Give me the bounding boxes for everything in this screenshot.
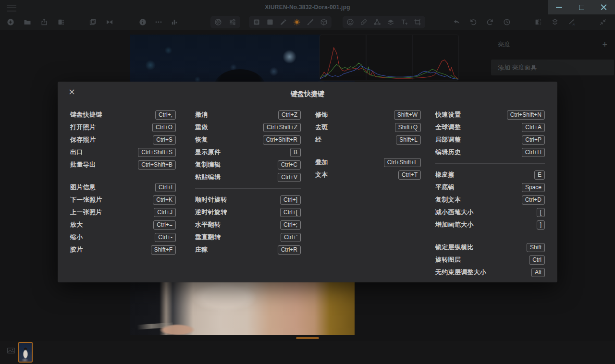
collapse-button[interactable] <box>599 18 607 26</box>
face-retouch-button[interactable] <box>346 18 354 26</box>
histogram-red-curve <box>320 48 458 79</box>
group-divider <box>315 151 421 151</box>
shortcut-row: 无约束层调整大小Alt <box>435 266 545 279</box>
adjustments-button[interactable] <box>229 18 236 26</box>
shortcut-key: Ctrl+P <box>522 135 545 145</box>
shortcut-label: 重做 <box>195 123 208 132</box>
shortcut-key: Ctrl+= <box>153 220 176 230</box>
minimize-button[interactable] <box>548 0 570 14</box>
eyedropper-button[interactable] <box>280 18 287 26</box>
shapes-icon <box>373 18 381 26</box>
shortcut-label: 局部调整 <box>435 135 461 144</box>
sliders-icon <box>229 18 236 26</box>
shortcut-row: 修饰Shift+W <box>315 109 421 121</box>
split-view-button[interactable] <box>534 18 542 26</box>
shortcut-label: 锁定层纵横比 <box>435 243 474 252</box>
close-button[interactable] <box>592 0 615 14</box>
shortcut-key: Ctrl+A <box>522 123 545 132</box>
undo-all-button[interactable] <box>453 18 460 26</box>
shortcut-key: Ctrl+, <box>155 110 176 120</box>
shortcut-key: Ctrl+Shift+L <box>384 158 421 167</box>
redo-icon <box>486 18 494 26</box>
toolbar-group-history <box>453 14 511 30</box>
shortcut-key: Ctrl+C <box>278 160 301 170</box>
add-adjustment-button[interactable]: + <box>602 41 607 48</box>
brush-button[interactable] <box>307 18 314 26</box>
shortcut-row: 出口Ctrl+Shift+S <box>70 146 176 158</box>
shortcut-label: 缩小 <box>70 233 83 242</box>
shortcut-key: Ctrl+Z <box>278 110 301 120</box>
history-button[interactable] <box>503 18 511 26</box>
shortcut-label: 粘贴编辑 <box>195 173 221 182</box>
sun-button[interactable] <box>293 18 301 26</box>
shortcut-key: Ctrl+S <box>153 135 176 145</box>
shortcut-row: 显示原件B <box>195 146 301 158</box>
shortcut-key: Ctrl+O <box>152 123 176 132</box>
info-button[interactable] <box>139 18 147 26</box>
shortcut-label: 顺时针旋转 <box>195 195 227 204</box>
shortcut-label: 平底锅 <box>435 183 455 192</box>
shortcut-row: 平底锅Space <box>435 181 545 194</box>
window-title: XIUREN-No.3832-Dora-001.jpg <box>0 4 615 11</box>
shortcut-row: 上一张照片Ctrl+J <box>70 206 176 218</box>
filter-button[interactable] <box>214 18 222 26</box>
shortcut-label: 恢复 <box>195 135 208 144</box>
maximize-button[interactable] <box>570 0 593 14</box>
shortcut-column: 修饰Shift+W去斑Shift+Q经Shift+L叠加Ctrl+Shift+L… <box>315 109 421 279</box>
shortcut-row: 粘贴编辑Ctrl+V <box>195 171 301 183</box>
fill-button[interactable] <box>266 18 274 26</box>
shortcut-row: 锁定层纵横比Shift <box>435 241 545 254</box>
shortcut-row: 逆时针旋转Ctrl+[ <box>195 206 301 218</box>
cube-icon <box>320 18 328 26</box>
layer-swap-button[interactable] <box>551 18 559 26</box>
shortcut-row: 减小画笔大小[ <box>435 206 545 218</box>
3d-lut-button[interactable] <box>320 18 328 26</box>
shortcut-row: 水平翻转Ctrl+; <box>195 218 301 231</box>
shortcut-row: 垂直翻转Ctrl+' <box>195 231 301 243</box>
add-brightness-mask-button[interactable]: 添加 亮度面具 <box>491 60 614 75</box>
layers-button[interactable] <box>387 18 394 26</box>
shortcut-row: 撤消Ctrl+Z <box>195 109 301 121</box>
shortcut-row: 图片信息Ctrl+I <box>70 181 176 194</box>
stats-button[interactable] <box>171 18 178 26</box>
scroll-indicator[interactable] <box>296 337 319 339</box>
add-text-button[interactable] <box>400 18 408 26</box>
more-button[interactable] <box>155 18 162 26</box>
shortcut-key: Ctrl+[ <box>280 208 301 217</box>
shortcut-label: 编辑历史 <box>435 148 461 157</box>
shortcut-label: 无约束层调整大小 <box>435 268 486 277</box>
shortcut-label: 显示原件 <box>195 148 221 157</box>
sun-icon <box>293 18 301 26</box>
filmstrip <box>0 341 615 364</box>
duplicate-button[interactable] <box>89 18 97 26</box>
shapes-button[interactable] <box>373 18 381 26</box>
filmstrip-thumbnail[interactable] <box>18 342 33 363</box>
close-icon <box>601 4 607 11</box>
filmstrip-toggle-button[interactable] <box>106 18 113 26</box>
open-folder-button[interactable] <box>24 18 31 26</box>
shortcut-key: Ctrl+D <box>522 195 545 205</box>
vignette-button[interactable] <box>253 18 260 26</box>
crop-button[interactable] <box>414 18 421 26</box>
shortcut-key: Ctrl+Shift+B <box>138 160 176 170</box>
shortcut-key: Ctrl+Shift+N <box>507 110 545 120</box>
histogram-panel[interactable] <box>320 35 459 81</box>
undo-icon <box>469 18 477 26</box>
batch-export-button[interactable] <box>57 18 65 26</box>
ai-enhance-icon: AI <box>568 18 576 26</box>
redo-button[interactable] <box>486 18 494 26</box>
shortcut-label: 经 <box>315 135 321 144</box>
shortcut-key: Ctrl+R <box>278 245 301 255</box>
brightness-section-title: 亮度 <box>498 40 510 49</box>
crop-icon <box>414 18 421 26</box>
ai-enhance-button[interactable]: AI <box>568 18 576 26</box>
shortcut-label: 图片信息 <box>70 183 96 192</box>
undo-button[interactable] <box>469 18 477 26</box>
shortcut-key: Ctrl+H <box>522 148 545 157</box>
export-button[interactable] <box>40 18 48 26</box>
shortcut-key: Ctrl+; <box>280 220 301 230</box>
add-photo-button[interactable] <box>7 18 14 26</box>
heal-button[interactable] <box>360 18 368 26</box>
toolbar-group-window <box>599 14 607 30</box>
eyedropper-icon <box>280 18 287 26</box>
